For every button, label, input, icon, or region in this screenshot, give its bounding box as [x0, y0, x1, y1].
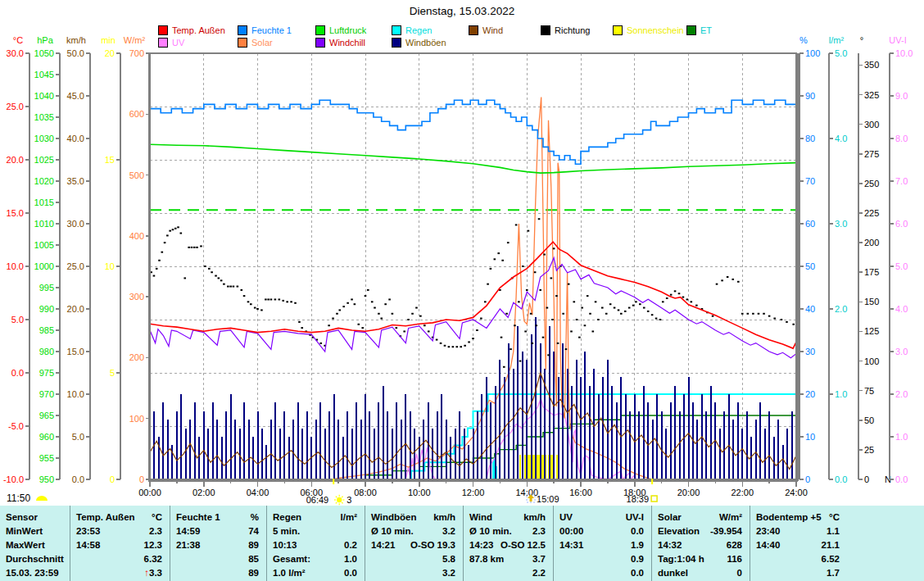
svg-text:8.0: 8.0 — [895, 134, 908, 143]
table-column-wind: Windkm/hØ 10 min.2.314:23O-SO 12.587.8 k… — [463, 506, 553, 581]
svg-text:5: 5 — [110, 368, 115, 378]
svg-text:22:00: 22:00 — [731, 488, 754, 497]
axis-kmh: 0.05.010.015.020.025.030.035.040.045.050… — [66, 35, 90, 484]
svg-text:-10.0: -10.0 — [3, 474, 24, 484]
table-cell: 6.32 — [70, 552, 170, 566]
svg-text:0: 0 — [110, 474, 115, 484]
svg-text:06:49: 06:49 — [306, 495, 329, 505]
table-row-label: MinWert — [0, 524, 70, 538]
svg-text:250: 250 — [864, 179, 879, 188]
svg-text:975: 975 — [39, 368, 54, 378]
table-cell: Elevation-39.954 — [652, 524, 750, 538]
axis-sunmin: 05101520min — [101, 35, 120, 484]
table-column-regen: Regenl/m²5 min.10:130.2Gesamt:1.01.0 l/m… — [266, 506, 365, 581]
svg-text:1.0: 1.0 — [835, 389, 847, 399]
svg-text:2.0: 2.0 — [835, 304, 847, 314]
table-cell: 14:32628 — [652, 538, 750, 551]
series-richtung — [150, 218, 795, 368]
svg-text:1050: 1050 — [34, 48, 54, 58]
svg-text:300: 300 — [864, 120, 879, 129]
svg-text:1045: 1045 — [34, 70, 54, 79]
svg-text:30.0: 30.0 — [7, 48, 24, 58]
svg-text:70: 70 — [805, 176, 815, 186]
svg-text:°: ° — [860, 35, 863, 45]
svg-text:1025: 1025 — [34, 155, 54, 165]
svg-text:3.0: 3.0 — [835, 219, 847, 229]
svg-text:20:00: 20:00 — [677, 488, 700, 497]
svg-text:1030: 1030 — [34, 134, 54, 143]
svg-text:100: 100 — [805, 48, 820, 58]
svg-text:1015: 1015 — [34, 197, 54, 207]
svg-text:5.0: 5.0 — [895, 261, 908, 271]
svg-text:200: 200 — [864, 238, 879, 247]
table-cell: 2.2 — [464, 566, 553, 580]
table-cell: 14:5974 — [170, 524, 266, 538]
table-cell: 87.8 km3.7 — [464, 552, 553, 566]
svg-text:20.0: 20.0 — [67, 304, 84, 314]
svg-text:100: 100 — [864, 356, 879, 366]
table-column-windb-en: Windböenkm/hØ 10 min.3.214:21O-SO 19.35.… — [365, 506, 463, 581]
svg-text:10.0: 10.0 — [895, 48, 913, 58]
svg-text:50: 50 — [805, 261, 815, 271]
axis-temp: -10.0-5.00.05.010.015.020.025.030.0°C — [3, 35, 29, 484]
svg-text:3: 3 — [346, 495, 351, 505]
table-column-header: SolarW/m² — [652, 510, 750, 524]
svg-text:3.0: 3.0 — [895, 347, 908, 356]
sunset-square-icon — [651, 496, 657, 502]
table-cell: 0.9 — [554, 552, 651, 566]
svg-text:UV-I: UV-I — [889, 35, 906, 45]
svg-text:175: 175 — [864, 267, 879, 277]
table-cell: 5 min. — [267, 524, 365, 538]
svg-text:150: 150 — [864, 297, 879, 306]
axis-lm2: 0.01.02.03.04.05.0l/m² — [829, 35, 847, 484]
svg-text:1040: 1040 — [34, 91, 54, 101]
svg-text:18:39: 18:39 — [627, 494, 650, 504]
svg-text:1.0: 1.0 — [895, 432, 908, 442]
table-cell: 23:532.3 — [70, 524, 170, 538]
table-column-uv: UVUV-I00:000.014:311.90.90.0 — [553, 506, 651, 581]
svg-text:25.0: 25.0 — [67, 261, 84, 271]
svg-text:25: 25 — [864, 445, 874, 455]
moonset-annotation: 11:50 — [7, 492, 48, 504]
svg-text:1000: 1000 — [34, 261, 54, 271]
svg-text:25.0: 25.0 — [7, 102, 24, 111]
svg-text:4.0: 4.0 — [895, 304, 908, 314]
svg-text:12:00: 12:00 — [462, 488, 485, 497]
svg-text:300: 300 — [129, 292, 144, 302]
svg-text:%: % — [799, 35, 808, 45]
chart-canvas: -10.0-5.00.05.010.015.020.025.030.0°C950… — [0, 0, 924, 506]
table-column-header: Windkm/h — [464, 510, 553, 524]
axis-pct: 0102030405060708090100% — [799, 35, 820, 484]
table-column-temp-au-en: Temp. Außen°C23:532.314:5812.36.32↑3.3 — [70, 506, 170, 581]
svg-text:-5.0: -5.0 — [8, 421, 24, 431]
svg-text:4.0: 4.0 — [835, 134, 847, 143]
svg-text:15: 15 — [105, 155, 115, 165]
svg-text:5.0: 5.0 — [835, 48, 847, 58]
sensor-statistics-table: SensorMinWertMaxWertDurchschnitt15.03. 2… — [0, 506, 924, 581]
svg-text:965: 965 — [39, 411, 54, 420]
svg-text:10.0: 10.0 — [7, 261, 24, 271]
svg-text:2.0: 2.0 — [895, 389, 908, 399]
table-cell: ↑3.3 — [70, 566, 170, 580]
table-cell: 14:5812.3 — [70, 538, 170, 551]
svg-text:50.0: 50.0 — [67, 48, 84, 58]
svg-text:0.0: 0.0 — [11, 368, 24, 378]
svg-text:24:00: 24:00 — [785, 488, 808, 497]
table-row-label: MaxWert — [0, 538, 70, 551]
svg-text:l/m²: l/m² — [829, 35, 845, 45]
svg-text:40: 40 — [805, 304, 815, 314]
table-cell: Tag:1:04 h116 — [652, 552, 750, 566]
svg-text:995: 995 — [39, 283, 54, 293]
svg-text:50: 50 — [864, 415, 874, 425]
weather-day-chart-window: Dienstag, 15.03.2022 Temp. AußenFeuchte … — [0, 0, 924, 581]
sun-icon — [334, 495, 344, 505]
svg-text:1020: 1020 — [34, 176, 54, 186]
svg-text:0: 0 — [805, 474, 810, 484]
time-axis: 00:0002:0004:0006:0008:0010:0012:0014:00… — [138, 480, 808, 497]
series-windchill — [150, 258, 796, 358]
moonrise-annotation: 15:09 — [527, 494, 559, 504]
svg-text:5.0: 5.0 — [11, 315, 24, 325]
svg-text:30: 30 — [805, 347, 815, 356]
svg-text:00:00: 00:00 — [138, 488, 161, 497]
table-cell: Ø 10 min.3.2 — [365, 524, 463, 538]
